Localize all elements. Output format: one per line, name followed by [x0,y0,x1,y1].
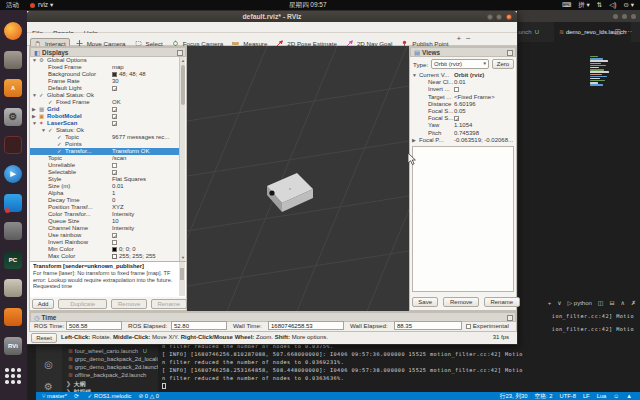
property-row-robotmodel[interactable]: ▶▣RobotModel✓ [30,113,180,120]
explorer-file-four-wheel-carto-launch[interactable]: ≋four_wheel_carto.launch U [62,347,158,355]
property-row-size-m[interactable]: Size (m)0.01 [30,183,180,190]
warning-scrollbar[interactable] [179,262,185,296]
property-row-frame-rate[interactable]: Frame Rate30 [30,78,180,85]
property-value[interactable]: ✓ [112,169,178,176]
time-field-ros-time[interactable]: 508.58 [66,321,122,330]
collapse-icon[interactable]: ▼ [41,127,46,134]
saved-views-list[interactable] [412,146,514,292]
dock-item-rviz[interactable]: RVi [4,337,22,355]
explorer-file-grpc-demo-backpack-2d-launch[interactable]: ≋grpc_demo_backpack_2d.launch [62,363,158,371]
kill-terminal-icon[interactable]: ⊟ [610,300,615,306]
dock-item-files[interactable] [4,51,22,69]
property-value[interactable]: 0.01 [112,183,178,190]
property-row-points[interactable]: ✓Points [30,141,180,148]
property-value[interactable]: 9677 messages rec... [112,134,178,141]
vscode-minimize-button[interactable] [613,14,619,20]
render-viewport[interactable] [187,46,409,311]
code-minimap[interactable] [590,56,610,90]
property-row-laserscan[interactable]: ▼✶LaserScan✓ [30,120,180,127]
dock-item-pycharm[interactable]: PC [4,251,22,269]
checkbox-checked[interactable]: ✓ [112,233,117,238]
zero-button[interactable]: Zero [492,59,514,69]
status-indentation[interactable]: 空格: 2 [534,393,552,399]
dock-item-settings[interactable]: ⚙ [4,108,22,126]
undock-panel-button[interactable] [177,50,183,56]
clock[interactable]: 星期四 09:57 [289,0,327,10]
status-feedback-icon[interactable]: ☺ [613,393,619,399]
property-value[interactable]: <Fixed Frame> [454,94,514,101]
property-value[interactable]: map [112,64,178,71]
add-button[interactable]: Add [32,299,54,309]
account-icon[interactable]: ◎ [42,358,55,371]
maximize-button[interactable] [496,14,502,20]
close-panel-icon[interactable]: ✗ [631,300,636,306]
dock-item-remote-viewer[interactable] [4,222,22,240]
property-value[interactable]: /scan [112,155,178,162]
status-language-mode[interactable]: Lua [597,393,607,399]
checkbox-checked[interactable]: ✓ [112,121,117,126]
property-value[interactable]: OK [112,99,178,106]
dock-item-gazebo[interactable] [4,279,22,297]
collapse-icon[interactable]: ▼ [32,92,37,99]
property-row-yaw[interactable]: Yaw1.1054 [410,122,516,129]
property-row-color-transfor[interactable]: Color Transfor...Intensity [30,211,180,218]
checkbox-checked[interactable]: ✓ [454,116,459,121]
expand-icon[interactable]: ▶ [412,137,416,144]
property-value[interactable]: Transform OK [112,148,178,155]
property-row-global-options[interactable]: ▼⚙Global Options [30,57,180,64]
property-value[interactable]: 48; 48; 48 [112,71,178,78]
property-row-invert[interactable]: Invert ... [410,86,516,93]
property-value[interactable]: ✓ [112,85,178,92]
property-row-current-v[interactable]: ▼Current V...Orbit (rviz) [410,72,516,79]
minimize-button[interactable] [487,14,493,20]
shell-label[interactable]: ▷ python [568,300,592,306]
property-row-distance[interactable]: Distance6.60196 [410,101,516,108]
more-actions-icon[interactable]: ⋯ [625,28,636,35]
property-row-style[interactable]: StyleFlat Squares [30,176,180,183]
checkbox-unchecked[interactable] [112,240,117,245]
property-value[interactable]: 0.05 [454,108,514,115]
property-row-selectable[interactable]: Selectable✓ [30,169,180,176]
checkbox-checked[interactable]: ✓ [112,114,117,119]
property-value[interactable]: ✓ [112,106,178,113]
add-tool-button[interactable]: + [456,33,461,45]
property-value[interactable]: ✓ [454,115,514,122]
status-cursor-position[interactable]: 行23, 列30 [500,393,528,399]
view-type-dropdown[interactable]: Orbit (rviz) ▼ [431,59,489,69]
explorer-file-grpc-demo-backpack-2d-locali-[interactable]: ≋grpc_demo_backpack_2d_locali... [62,355,158,363]
property-value[interactable]: 1 [112,190,178,197]
property-value[interactable]: 0 [112,197,178,204]
property-row-grid[interactable]: ▶▦Grid✓ [30,106,180,113]
property-row-topic[interactable]: Topic/scan [30,155,180,162]
property-value[interactable]: Intensity [112,225,178,232]
dock-item-vscode[interactable] [4,194,22,212]
property-row-pitch[interactable]: Pitch0.745398 [410,130,516,137]
checkbox-unchecked[interactable] [112,163,117,168]
collapse-icon[interactable]: ▼ [412,72,417,79]
property-row-position-transf[interactable]: Position Transf...XYZ [30,204,180,211]
status-eol[interactable]: LF [583,393,590,399]
property-value[interactable]: 0.745398 [454,130,514,137]
property-value[interactable]: 0.01 [454,79,514,86]
split-terminal-icon[interactable]: ◫ [598,300,604,306]
new-terminal-icon[interactable]: + [548,300,552,306]
status-encoding[interactable]: UTF-8 [559,393,575,399]
property-value[interactable] [112,162,178,169]
property-value[interactable]: ✓ [112,232,178,239]
terminal-dropdown-icon[interactable]: ∨ [557,300,561,306]
status-sync-icon[interactable]: ⟳ [74,393,80,399]
time-field-wall-elapsed[interactable]: 88.35 [394,321,462,330]
property-row-near-cl[interactable]: Near Cl...0.01 [410,79,516,86]
rviz-titlebar[interactable]: default.rviz* - RViz [27,11,517,22]
property-value[interactable]: XYZ [112,204,178,211]
dock-item-ubuntu-software[interactable]: A [4,79,22,97]
input-method-indicator[interactable]: 拼 ▾ [578,1,590,8]
keyboard-indicator-icon[interactable]: ⌨ [562,1,571,8]
checkbox-checked[interactable]: ✓ [112,170,117,175]
network-icon[interactable]: ⇅ [597,1,602,8]
undock-panel-button[interactable] [507,50,513,56]
property-value[interactable]: ✓ [112,120,178,127]
vscode-close-button[interactable] [631,14,637,20]
expand-icon[interactable]: ▶ [32,106,36,113]
property-row-channel-name[interactable]: Channel NameIntensity [30,225,180,232]
